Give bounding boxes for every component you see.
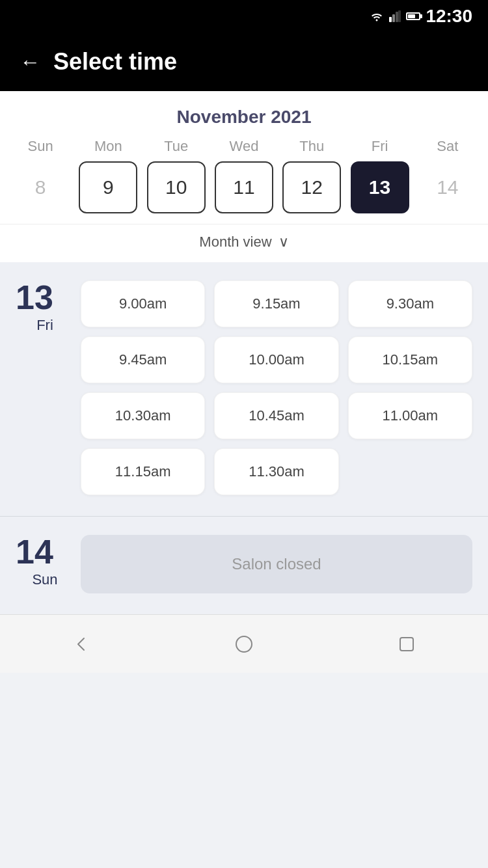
day-name-fri: Fri — [36, 317, 53, 334]
weekday-fri: Fri — [351, 138, 409, 155]
date-cell-8[interactable]: 8 — [11, 161, 70, 213]
wifi-icon — [370, 11, 384, 21]
date-cell-10[interactable]: 10 — [147, 161, 206, 213]
salon-closed-label: Salon closed — [81, 535, 472, 593]
weekday-thu: Thu — [282, 138, 341, 155]
weekday-sun: Sun — [11, 138, 70, 155]
time-slot[interactable]: 10.45am — [214, 392, 338, 439]
nav-recent-button[interactable] — [390, 628, 423, 660]
battery-icon — [406, 12, 420, 20]
day-label-col-14: 14 Sun — [16, 535, 74, 588]
nav-bar — [0, 614, 488, 673]
time-slot[interactable]: 9.00am — [81, 280, 205, 327]
nav-home-button[interactable] — [228, 628, 260, 660]
time-slot[interactable]: 10.30am — [81, 392, 205, 439]
date-cell-13[interactable]: 13 — [351, 161, 409, 213]
svg-point-4 — [236, 636, 252, 652]
month-label: November 2021 — [0, 107, 488, 128]
date-cell-12[interactable]: 12 — [282, 161, 341, 213]
chevron-down-icon: ∨ — [278, 234, 289, 251]
page-title: Select time — [53, 48, 177, 75]
status-time: 12:30 — [426, 6, 472, 27]
svg-rect-3 — [398, 10, 401, 22]
signal-icon — [389, 10, 401, 22]
header: ← Select time — [0, 33, 488, 91]
day-number-13: 13 — [16, 280, 74, 314]
date-cell-11[interactable]: 11 — [215, 161, 273, 213]
back-button[interactable]: ← — [20, 50, 40, 74]
weekday-row: Sun Mon Tue Wed Thu Fri Sat — [0, 138, 488, 155]
time-slot[interactable]: 11.15am — [81, 448, 205, 495]
day-number-14: 14 — [16, 535, 74, 569]
svg-rect-1 — [392, 14, 395, 22]
day-block-14: 14 Sun Salon closed — [0, 516, 488, 614]
month-view-label: Month view — [199, 234, 271, 251]
time-slot[interactable]: 11.00am — [348, 392, 472, 439]
date-cell-14[interactable]: 14 — [418, 161, 477, 213]
nav-back-button[interactable] — [65, 628, 98, 660]
day-header-14: 14 Sun Salon closed — [16, 535, 472, 593]
time-slot[interactable]: 9.30am — [348, 280, 472, 327]
svg-rect-0 — [389, 17, 392, 22]
time-slots-grid-13: 9.00am 9.15am 9.30am 9.45am 10.00am 10.1… — [81, 280, 472, 495]
time-slot[interactable]: 10.00am — [214, 336, 338, 383]
time-slot[interactable]: 9.15am — [214, 280, 338, 327]
day-header-13: 13 Fri 9.00am 9.15am 9.30am 9.45am 10.00… — [16, 280, 472, 495]
svg-rect-2 — [396, 12, 398, 22]
date-cell-9[interactable]: 9 — [79, 161, 137, 213]
weekday-sat: Sat — [418, 138, 477, 155]
date-row: 8 9 10 11 12 13 14 — [0, 161, 488, 224]
svg-rect-5 — [400, 638, 413, 651]
status-bar: 12:30 — [0, 0, 488, 33]
day-name-sun: Sun — [32, 571, 57, 588]
weekday-mon: Mon — [79, 138, 137, 155]
day-label-col-13: 13 Fri — [16, 280, 74, 334]
weekday-tue: Tue — [147, 138, 206, 155]
time-slot[interactable]: 9.45am — [81, 336, 205, 383]
month-view-toggle[interactable]: Month view ∨ — [0, 224, 488, 262]
day-block-13: 13 Fri 9.00am 9.15am 9.30am 9.45am 10.00… — [0, 262, 488, 516]
time-slot[interactable]: 11.30am — [214, 448, 338, 495]
status-icons: 12:30 — [370, 6, 472, 27]
weekday-wed: Wed — [215, 138, 273, 155]
calendar-section: November 2021 Sun Mon Tue Wed Thu Fri Sa… — [0, 91, 488, 262]
schedule-section: 13 Fri 9.00am 9.15am 9.30am 9.45am 10.00… — [0, 262, 488, 614]
time-slot[interactable]: 10.15am — [348, 336, 472, 383]
